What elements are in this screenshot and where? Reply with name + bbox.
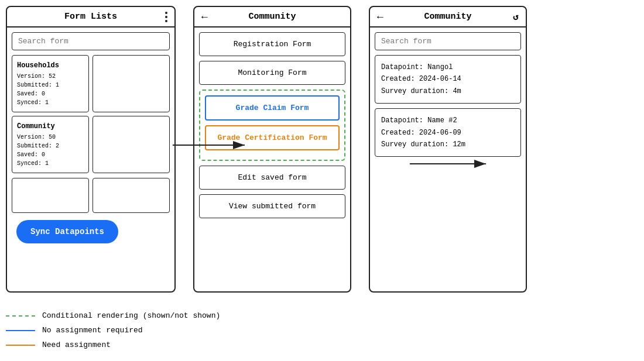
datapoint2-name: Datapoint: Name #2 <box>381 115 515 126</box>
legend-item-blue: No assignment required <box>6 326 220 335</box>
legend-blue-label: No assignment required <box>42 326 143 335</box>
extra-rows <box>12 178 170 213</box>
form-grid: Households Version: 52 Submitted: 1 Save… <box>12 55 170 173</box>
empty-card-2 <box>93 116 170 173</box>
datapoint1-name: Datapoint: Nangol <box>381 61 515 73</box>
community-title: Community <box>17 121 84 132</box>
phone3-body: Datapoint: Nangol Created: 2024-06-14 Su… <box>370 27 526 166</box>
phone-datapoints: ← Community ↺ Datapoint: Nangol Created:… <box>369 6 527 293</box>
phone2-title: Community <box>248 12 296 22</box>
conditional-rendering-box: Grade Claim Form Grade Certification For… <box>199 90 345 161</box>
datapoint1-duration: Survey duration: 4m <box>381 85 515 97</box>
legend-blue-line <box>6 330 35 331</box>
phone3-title: Community <box>424 12 471 22</box>
datapoint-card-2[interactable]: Datapoint: Name #2 Created: 2024-06-09 S… <box>375 108 521 157</box>
phone-community: ← Community Registration Form Monitoring… <box>193 6 351 293</box>
legend: Conditional rendering (shown/not shown) … <box>6 311 220 349</box>
empty-card-4 <box>93 178 170 213</box>
monitoring-form-button[interactable]: Monitoring Form <box>199 61 345 85</box>
phone-form-lists: Form Lists Households Version: 52 Submit… <box>6 6 176 293</box>
legend-dashed-label: Conditional rendering (shown/not shown) <box>42 311 220 320</box>
phone1-header: Form Lists <box>7 7 174 27</box>
legend-orange-line <box>6 345 35 346</box>
empty-card-1 <box>93 55 170 112</box>
datapoint2-created: Created: 2024-06-09 <box>381 127 515 139</box>
refresh-icon[interactable]: ↺ <box>513 11 519 23</box>
datapoint2-duration: Survey duration: 12m <box>381 139 515 150</box>
back-arrow-2[interactable]: ← <box>201 11 208 23</box>
form-card-community[interactable]: Community Version: 50 Submitted: 2 Saved… <box>12 116 89 173</box>
sync-datapoints-button[interactable]: Sync Datapoints <box>16 220 118 243</box>
legend-dashed-line <box>6 315 35 317</box>
back-arrow-3[interactable]: ← <box>377 11 383 23</box>
datapoint-card-1[interactable]: Datapoint: Nangol Created: 2024-06-14 Su… <box>375 55 521 104</box>
phone2-header: ← Community <box>194 7 350 27</box>
phone1-body: Households Version: 52 Submitted: 1 Save… <box>7 27 174 253</box>
legend-item-dashed: Conditional rendering (shown/not shown) <box>6 311 220 320</box>
grade-claim-form-button[interactable]: Grade Claim Form <box>205 95 340 121</box>
edit-saved-form-button[interactable]: Edit saved form <box>199 166 345 190</box>
form-card-households[interactable]: Households Version: 52 Submitted: 1 Save… <box>12 55 89 112</box>
households-title: Households <box>17 60 84 71</box>
community-meta: Version: 50 Submitted: 2 Saved: 0 Synced… <box>17 133 84 168</box>
phone2-body: Registration Form Monitoring Form Grade … <box>194 27 350 228</box>
households-meta: Version: 52 Submitted: 1 Saved: 0 Synced… <box>17 72 84 107</box>
view-submitted-form-button[interactable]: View submitted form <box>199 194 345 218</box>
search-input-3[interactable] <box>375 32 521 50</box>
search-input-1[interactable] <box>12 32 170 50</box>
grade-certification-form-button[interactable]: Grade Certification Form <box>205 125 340 150</box>
dots-menu[interactable] <box>165 12 167 22</box>
phone1-title: Form Lists <box>64 12 117 22</box>
empty-card-3 <box>12 178 89 213</box>
datapoint1-created: Created: 2024-06-14 <box>381 73 515 85</box>
legend-orange-label: Need assignment <box>42 341 111 349</box>
phone3-header: ← Community ↺ <box>370 7 526 27</box>
legend-item-orange: Need assignment <box>6 341 220 349</box>
registration-form-button[interactable]: Registration Form <box>199 32 345 56</box>
